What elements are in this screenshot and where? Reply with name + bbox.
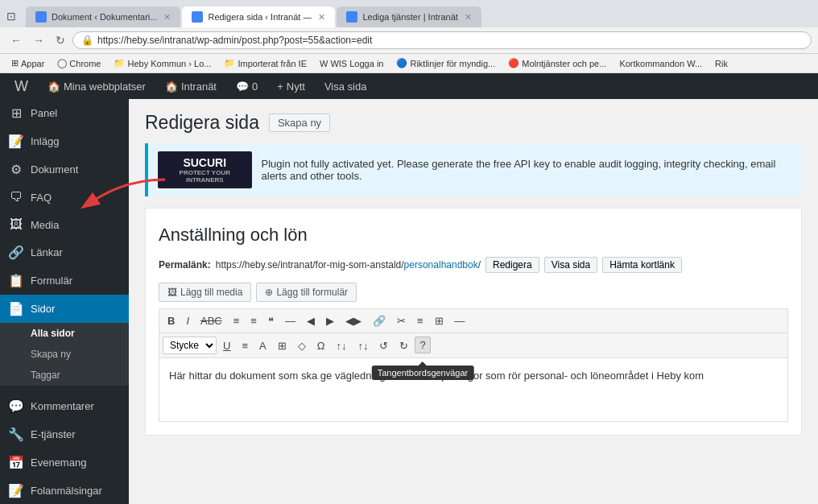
browser-tab-3[interactable]: Lediga tjänster | Intranät ✕ bbox=[337, 6, 481, 27]
admin-bar-site[interactable]: 🏠 Intranät bbox=[159, 77, 223, 96]
admin-bar-comments[interactable]: 💬 0 bbox=[229, 77, 264, 96]
tab-close-1[interactable]: ✕ bbox=[163, 12, 171, 23]
comments-count: 0 bbox=[252, 81, 258, 93]
sidebar-item-dokument[interactable]: ⚙ Dokument bbox=[0, 155, 129, 184]
moln-icon: 🔴 bbox=[508, 58, 519, 68]
toolbar-unlink[interactable]: ✂ bbox=[392, 312, 411, 329]
sidebar-item-media[interactable]: 🖼 Media bbox=[0, 211, 129, 238]
toolbar-bold[interactable]: B bbox=[163, 312, 180, 329]
toolbar-align-center[interactable]: ▶ bbox=[321, 312, 339, 329]
toolbar-ol[interactable]: ≡ bbox=[246, 312, 262, 329]
toolbar-more[interactable]: — bbox=[450, 312, 470, 329]
bookmark-rik[interactable]: Rik bbox=[710, 57, 733, 70]
back-button[interactable]: ← bbox=[6, 31, 26, 49]
create-new-button[interactable]: Skapa ny bbox=[269, 114, 330, 132]
admin-bar-my-sites[interactable]: 🏠 Mina webbplatser bbox=[41, 77, 152, 96]
permalink-label: Permalänk: bbox=[159, 259, 211, 271]
toolbar-hr[interactable]: — bbox=[280, 312, 300, 329]
view-label: Visa sida bbox=[324, 81, 367, 93]
folder-icon-heby: 📁 bbox=[114, 58, 125, 68]
url-bar[interactable]: 🔒 https://heby.se/intranat/wp-admin/post… bbox=[72, 31, 812, 49]
sidebar-sub-alla-sidor[interactable]: Alla sidor bbox=[0, 323, 129, 344]
sidebar-label-media: Media bbox=[31, 219, 59, 231]
sucuri-tagline: PROTECT YOUR INTRANERS bbox=[166, 169, 244, 184]
get-shortlink-button[interactable]: Hämta kortlänk bbox=[602, 257, 682, 273]
bookmark-kort[interactable]: Kortkommandon W... bbox=[614, 57, 707, 70]
toolbar-help-button[interactable]: ? bbox=[415, 337, 430, 353]
bookmark-moln[interactable]: 🔴 Molntjänster och pe... bbox=[503, 56, 611, 70]
admin-bar: W 🏠 Mina webbplatser 🏠 Intranät 💬 0 + Ny… bbox=[0, 73, 818, 99]
toolbar-blockquote[interactable]: ❝ bbox=[263, 312, 279, 329]
panel-icon: ⊞ bbox=[8, 105, 24, 121]
toolbar-link[interactable]: 🔗 bbox=[368, 312, 390, 329]
toolbar-ul[interactable]: ≡ bbox=[229, 312, 245, 329]
comments-icon: 💬 bbox=[236, 81, 249, 93]
sidebar-item-folanm[interactable]: 📝 Folanmälsingar bbox=[0, 477, 129, 504]
tab-close-2[interactable]: ✕ bbox=[318, 12, 325, 23]
toolbar-align-right[interactable]: ◀▶ bbox=[341, 312, 366, 329]
add-media-button[interactable]: 🖼 Lägg till media bbox=[159, 283, 251, 302]
sidebar-item-panel[interactable]: ⊞ Panel bbox=[0, 99, 129, 127]
folder-icon-ie: 📁 bbox=[224, 58, 235, 68]
toolbar-justify[interactable]: ≡ bbox=[237, 337, 253, 354]
url-text: https://heby.se/intranat/wp-admin/post.p… bbox=[97, 35, 372, 46]
wp-logo[interactable]: W bbox=[8, 75, 35, 98]
sidebar-sub-skapa-ny[interactable]: Skapa ny bbox=[0, 344, 129, 365]
sidebar-item-inlagg[interactable]: 📝 Inlägg bbox=[0, 127, 129, 155]
tab-close-3[interactable]: ✕ bbox=[465, 12, 472, 23]
bookmark-heby[interactable]: 📁 Heby Kommun › Lo... bbox=[109, 56, 216, 70]
toolbar-special-chars[interactable]: Ω bbox=[312, 337, 330, 354]
add-form-button[interactable]: ⊕ Lägg till formulär bbox=[256, 283, 357, 302]
bookmark-apps[interactable]: ⊞ Appar bbox=[6, 56, 49, 70]
my-sites-label: Mina webbplatser bbox=[64, 81, 146, 93]
view-page-button[interactable]: Visa sida bbox=[544, 257, 597, 273]
toolbar-underline[interactable]: U bbox=[218, 337, 235, 354]
sidebar-item-faq[interactable]: 🗨 FAQ bbox=[0, 184, 129, 211]
sidebar-sub-taggar[interactable]: Taggar bbox=[0, 365, 129, 386]
chrome-bk-icon: ◯ bbox=[57, 58, 67, 68]
sidor-icon: 📄 bbox=[8, 301, 24, 316]
toolbar-italic[interactable]: I bbox=[181, 312, 194, 329]
admin-bar-new[interactable]: + Nytt bbox=[271, 77, 312, 96]
toolbar-text-color[interactable]: A bbox=[254, 337, 271, 354]
tab-favicon-1 bbox=[35, 11, 47, 23]
sidebar-label-inlagg: Inlägg bbox=[31, 135, 59, 147]
toolbar-redo[interactable]: ↻ bbox=[395, 337, 413, 354]
toolbar-outdent-btn[interactable]: ↑↓ bbox=[353, 337, 373, 354]
wp-admin: W 🏠 Mina webbplatser 🏠 Intranät 💬 0 + Ny… bbox=[0, 73, 818, 504]
toolbar-table[interactable]: ⊞ bbox=[430, 312, 448, 329]
toolbar-strikethrough[interactable]: ABC bbox=[196, 312, 227, 329]
forward-button[interactable]: → bbox=[29, 31, 48, 49]
sidebar-item-formular[interactable]: 📋 Formulär bbox=[0, 266, 129, 295]
sidebar-item-evenemang[interactable]: 📅 Evenemang bbox=[0, 448, 129, 477]
reload-button[interactable]: ↻ bbox=[52, 31, 69, 49]
bookmark-heby-label: Heby Kommun › Lo... bbox=[127, 59, 211, 68]
toolbar-undo[interactable]: ↺ bbox=[374, 337, 393, 354]
admin-bar-view[interactable]: Visa sida bbox=[318, 77, 374, 96]
sidebar-item-lankar[interactable]: 🔗 Länkar bbox=[0, 238, 129, 266]
post-title-input[interactable] bbox=[159, 221, 788, 249]
browser-tab-2[interactable]: Redigera sida ‹ Intranät — ✕ bbox=[182, 6, 335, 27]
permalink-url: https://heby.se/intranat/for-mig-som-ans… bbox=[216, 259, 481, 271]
toolbar-paste[interactable]: ⊞ bbox=[273, 337, 291, 354]
toolbar-align-left[interactable]: ◀ bbox=[302, 312, 320, 329]
inlagg-icon: 📝 bbox=[8, 134, 24, 149]
sidebar-item-sidor[interactable]: 📄 Sidor bbox=[0, 295, 129, 323]
bookmark-riktlinjer[interactable]: 🔵 Riktlinjer för myndig... bbox=[391, 56, 500, 70]
bookmark-chrome[interactable]: ◯ Chrome bbox=[52, 56, 105, 70]
sidebar-item-kommentarer[interactable]: 💬 Kommentarer bbox=[0, 392, 129, 420]
toolbar-clear[interactable]: ◇ bbox=[293, 337, 311, 354]
toolbar-indent-btn[interactable]: ↑↓ bbox=[331, 337, 351, 354]
permalink-slug[interactable]: personalhandbok bbox=[404, 259, 478, 271]
bookmark-ie[interactable]: 📁 Importerat från IE bbox=[219, 56, 312, 70]
browser-tab-1[interactable]: Dokument ‹ Dokumentari... ✕ bbox=[26, 6, 180, 27]
add-media-icon: 🖼 bbox=[167, 287, 177, 298]
sidebar-item-etjanster[interactable]: 🔧 E-tjänster bbox=[0, 420, 129, 448]
editor-body[interactable]: Här hittar du dokument som ska ge vägled… bbox=[159, 357, 788, 422]
permalink-edit-button[interactable]: Redigera bbox=[485, 257, 539, 273]
bookmark-wis[interactable]: W WIS Logga in bbox=[315, 57, 388, 70]
add-media-label: Lägg till media bbox=[180, 287, 242, 298]
add-form-icon: ⊕ bbox=[265, 287, 273, 298]
format-select[interactable]: Stycke bbox=[163, 337, 217, 354]
toolbar-indent[interactable]: ≡ bbox=[412, 312, 428, 329]
